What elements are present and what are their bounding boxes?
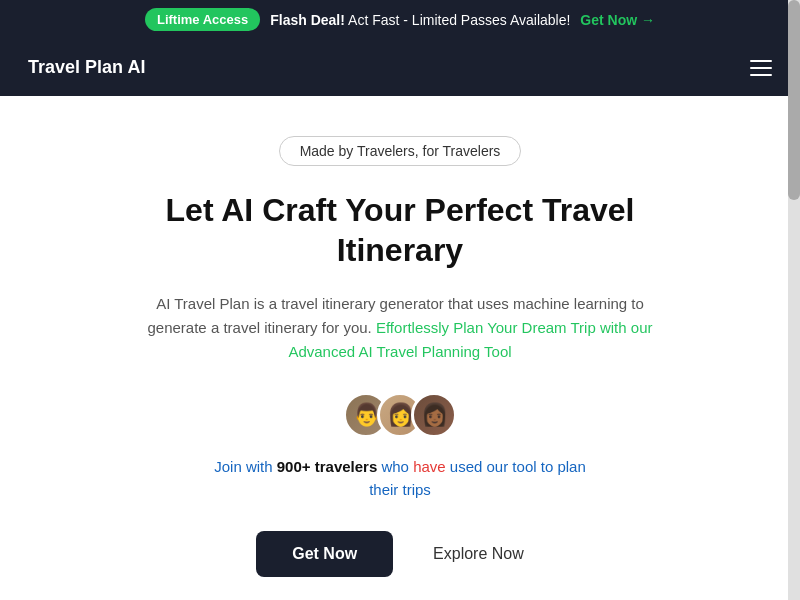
hero-title: Let AI Craft Your Perfect Travel Itinera… bbox=[100, 190, 700, 270]
scrollbar[interactable] bbox=[788, 0, 800, 600]
hamburger-line-1 bbox=[750, 60, 772, 62]
hero-description: AI Travel Plan is a travel itinerary gen… bbox=[140, 292, 660, 364]
scrollbar-thumb[interactable] bbox=[788, 0, 800, 200]
avatar-3: 👩🏾 bbox=[411, 392, 457, 438]
join-text: Join with 900+ travelers who have used o… bbox=[210, 456, 590, 501]
explore-now-button[interactable]: Explore Now bbox=[413, 531, 544, 577]
hamburger-menu-button[interactable] bbox=[750, 60, 772, 76]
cta-buttons: Get Now Explore Now bbox=[256, 531, 544, 577]
flash-deal-bold: Flash Deal! bbox=[270, 12, 345, 28]
join-suffix-1: who bbox=[377, 458, 413, 475]
join-prefix: Join with bbox=[214, 458, 277, 475]
nav-brand: Travel Plan AI bbox=[28, 57, 145, 78]
act-fast-text: Act Fast - Limited Passes Available! bbox=[348, 12, 570, 28]
avatar-group: 👨 👩 👩🏾 bbox=[343, 392, 457, 438]
join-bold: 900+ travelers bbox=[277, 458, 378, 475]
tag-badge: Made by Travelers, for Travelers bbox=[279, 136, 522, 166]
flash-deal-text: Flash Deal! Act Fast - Limited Passes Av… bbox=[270, 12, 570, 28]
get-now-link[interactable]: Get Now → bbox=[580, 12, 655, 28]
main-content: Made by Travelers, for Travelers Let AI … bbox=[0, 96, 800, 600]
lifetime-badge[interactable]: Liftime Access bbox=[145, 8, 260, 31]
avatar-3-face: 👩🏾 bbox=[414, 395, 454, 435]
navbar: Travel Plan AI bbox=[0, 39, 800, 96]
announcement-bar: Liftime Access Flash Deal! Act Fast - Li… bbox=[0, 0, 800, 39]
join-red: have bbox=[413, 458, 446, 475]
hamburger-line-3 bbox=[750, 74, 772, 76]
get-now-button[interactable]: Get Now bbox=[256, 531, 393, 577]
hamburger-line-2 bbox=[750, 67, 772, 69]
